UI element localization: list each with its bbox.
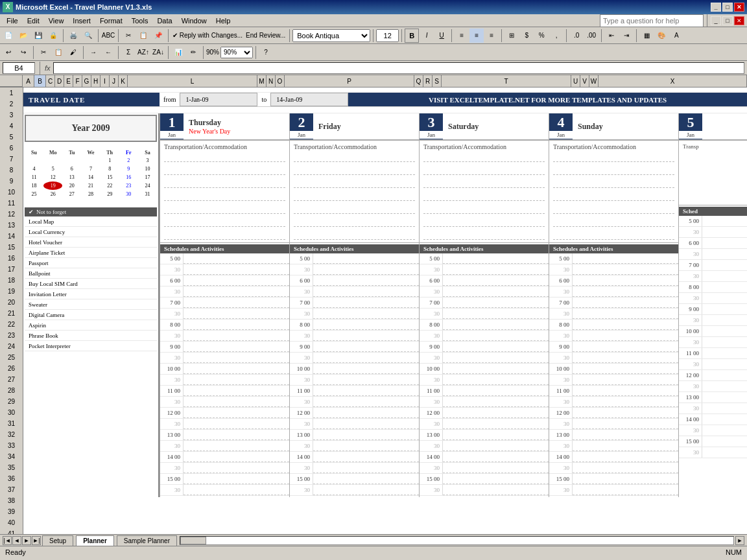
col-u[interactable]: U <box>571 75 580 87</box>
row-27[interactable]: 27 <box>0 374 23 385</box>
menu-tools[interactable]: Tools <box>128 16 152 26</box>
cal-day-29[interactable]: 29 <box>101 190 119 198</box>
row-7[interactable]: 7 <box>0 154 23 165</box>
row-11[interactable]: 11 <box>0 198 23 209</box>
col-w[interactable]: W <box>589 75 599 87</box>
cal-day-3[interactable]: 3 <box>138 156 157 165</box>
row-30[interactable]: 30 <box>0 407 23 418</box>
menu-window[interactable]: Window <box>178 16 211 26</box>
underline-button[interactable]: U <box>434 29 449 43</box>
col-k[interactable]: K <box>119 75 128 87</box>
row-20[interactable]: 20 <box>0 297 23 308</box>
cal-day-24[interactable]: 24 <box>138 181 157 190</box>
sort-za[interactable]: ZA↓ <box>151 45 165 60</box>
row-40[interactable]: 40 <box>0 517 23 528</box>
col-x[interactable]: X <box>599 75 747 87</box>
row-18[interactable]: 18 <box>0 275 23 286</box>
tb2-3[interactable]: ✂ <box>36 45 51 60</box>
row-26[interactable]: 26 <box>0 363 23 374</box>
zoom-select[interactable]: 90%100%75% <box>220 47 253 58</box>
col-c[interactable]: C <box>46 75 55 87</box>
menu-data[interactable]: Data <box>153 16 176 26</box>
cal-day-17[interactable]: 17 <box>138 173 157 181</box>
paste-button[interactable]: 📌 <box>151 29 165 43</box>
sum-button[interactable]: Σ <box>121 45 136 60</box>
col-s[interactable]: S <box>433 75 442 87</box>
row-35[interactable]: 35 <box>0 462 23 473</box>
cal-day-23[interactable]: 23 <box>119 181 138 190</box>
align-center[interactable]: ≡ <box>469 29 484 43</box>
sheet-tab-sample[interactable]: Sample Planner <box>117 535 177 546</box>
col-a[interactable]: A <box>23 75 34 87</box>
border-button[interactable]: ▦ <box>639 29 654 43</box>
row-21[interactable]: 21 <box>0 308 23 319</box>
h-scrollbar[interactable] <box>180 536 734 545</box>
col-h[interactable]: H <box>91 75 101 87</box>
row-38[interactable]: 38 <box>0 495 23 506</box>
cal-day-15[interactable]: 15 <box>101 173 119 181</box>
menu-view[interactable]: View <box>45 16 68 26</box>
row-10[interactable]: 10 <box>0 187 23 198</box>
comma-button[interactable]: , <box>549 29 563 43</box>
row-16[interactable]: 16 <box>0 253 23 264</box>
tb2-5[interactable]: 🖌 <box>66 45 80 60</box>
tb2-4[interactable]: 📋 <box>51 45 65 60</box>
row-39[interactable]: 39 <box>0 506 23 517</box>
row-33[interactable]: 33 <box>0 440 23 451</box>
cal-day-20[interactable]: 20 <box>62 181 81 190</box>
col-i[interactable]: I <box>101 75 110 87</box>
row-3[interactable]: 3 <box>0 110 23 121</box>
row-13[interactable]: 13 <box>0 220 23 231</box>
preview-button[interactable]: 🔍 <box>81 29 95 43</box>
tab-last[interactable]: ►| <box>32 536 41 545</box>
col-p[interactable]: P <box>285 75 414 87</box>
cal-day-6[interactable]: 6 <box>62 165 81 173</box>
row-9[interactable]: 9 <box>0 176 23 187</box>
col-d[interactable]: D <box>55 75 64 87</box>
sheet-tab-planner[interactable]: Planner <box>76 535 114 546</box>
row-28[interactable]: 28 <box>0 385 23 396</box>
cal-day-25[interactable]: 25 <box>25 190 43 198</box>
row-24[interactable]: 24 <box>0 341 23 352</box>
cal-day-1[interactable]: 1 <box>101 156 119 165</box>
cal-day-30[interactable]: 30 <box>119 190 138 198</box>
help-search[interactable] <box>600 14 704 27</box>
app-close[interactable]: ✕ <box>734 16 744 25</box>
row-15[interactable]: 15 <box>0 242 23 253</box>
row-25[interactable]: 25 <box>0 352 23 363</box>
cal-day-5[interactable]: 5 <box>43 165 62 173</box>
row-1[interactable]: 1 <box>0 88 23 99</box>
cal-day-19[interactable]: 19 <box>43 181 62 190</box>
cal-day-27[interactable]: 27 <box>62 190 81 198</box>
tb2-6[interactable]: → <box>86 45 101 60</box>
col-j[interactable]: J <box>110 75 119 87</box>
cell-reference[interactable] <box>3 62 35 74</box>
row-19[interactable]: 19 <box>0 286 23 297</box>
cal-day-13[interactable]: 13 <box>62 173 81 181</box>
col-g[interactable]: G <box>82 75 91 87</box>
cal-day-28[interactable]: 28 <box>81 190 100 198</box>
cal-day-11[interactable]: 11 <box>25 173 43 181</box>
row-2[interactable]: 2 <box>0 99 23 110</box>
row-8[interactable]: 8 <box>0 165 23 176</box>
row-12[interactable]: 12 <box>0 209 23 220</box>
cal-day-4[interactable]: 4 <box>25 165 43 173</box>
col-m[interactable]: M <box>257 75 267 87</box>
cal-day-31[interactable]: 31 <box>138 190 157 198</box>
tab-next[interactable]: ► <box>22 536 31 545</box>
col-f[interactable]: F <box>73 75 82 87</box>
row-17[interactable]: 17 <box>0 264 23 275</box>
menu-format[interactable]: Format <box>96 16 126 26</box>
col-r[interactable]: R <box>423 75 433 87</box>
col-b[interactable]: B <box>34 75 46 87</box>
cal-day-2[interactable]: 2 <box>119 156 138 165</box>
permission-button[interactable]: 🔒 <box>46 29 60 43</box>
italic-button[interactable]: I <box>420 29 434 43</box>
cal-day-14[interactable]: 14 <box>81 173 100 181</box>
align-right[interactable]: ≡ <box>484 29 499 43</box>
align-left[interactable]: ≡ <box>455 29 469 43</box>
app-minimize[interactable]: _ <box>711 16 721 25</box>
help-button[interactable]: ? <box>259 45 273 60</box>
formula-input[interactable] <box>53 62 744 74</box>
col-t[interactable]: T <box>442 75 571 87</box>
